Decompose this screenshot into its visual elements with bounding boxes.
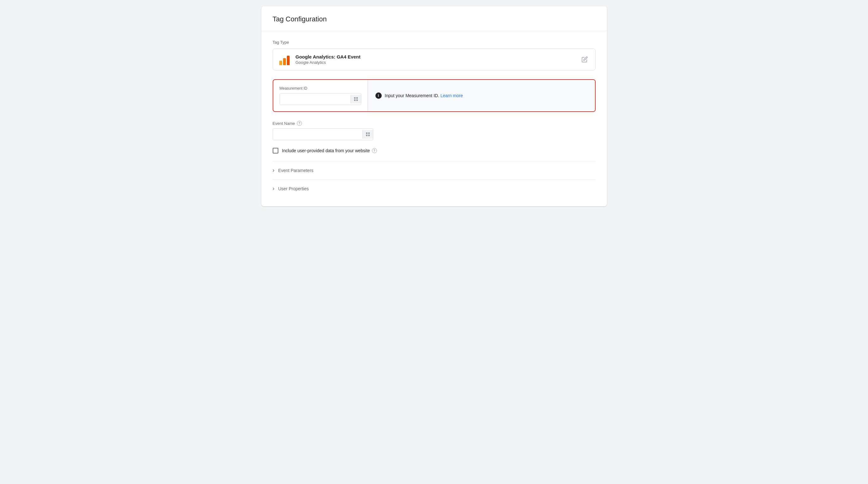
learn-more-link[interactable]: Learn more [440, 93, 463, 98]
measurement-id-info-text: Input your Measurement ID. Learn more [385, 93, 463, 98]
event-parameters-label: Event Parameters [278, 168, 313, 173]
event-name-input[interactable] [273, 129, 363, 140]
ga-icon [279, 54, 290, 65]
user-data-checkbox[interactable] [273, 148, 278, 153]
tag-configuration-panel: Tag Configuration Tag Type Google Analyt… [261, 6, 607, 206]
user-data-help-icon[interactable]: ? [372, 148, 377, 153]
event-variable-grid-icon [366, 133, 370, 136]
event-name-section: Event Name ? [273, 121, 596, 140]
ga-bar-medium [283, 58, 286, 65]
measurement-id-input[interactable] [280, 93, 350, 105]
user-data-checkbox-label: Include user-provided data from your web… [282, 148, 377, 153]
measurement-id-input-row [280, 93, 361, 105]
pencil-icon [582, 56, 588, 63]
user-properties-section[interactable]: › User Properties [273, 179, 596, 198]
event-name-input-row [273, 128, 373, 140]
event-name-variable-button[interactable] [363, 130, 373, 139]
measurement-id-label: Measurement ID [280, 86, 361, 91]
variable-grid-icon [354, 97, 358, 101]
user-properties-chevron-icon: › [273, 185, 275, 192]
panel-title: Tag Configuration [273, 15, 596, 23]
measurement-id-variable-button[interactable] [350, 95, 361, 104]
panel-header: Tag Configuration [261, 6, 607, 31]
measurement-id-left: Measurement ID [273, 80, 368, 111]
event-name-label: Event Name [273, 121, 295, 126]
ga-bar-large [287, 56, 290, 65]
info-icon: i [375, 92, 382, 99]
event-name-help-icon[interactable]: ? [297, 121, 302, 126]
tag-type-info: Google Analytics: GA4 Event Google Analy… [296, 54, 361, 65]
measurement-id-right: i Input your Measurement ID. Learn more [368, 80, 595, 111]
ga-bar-small [279, 61, 282, 65]
tag-type-provider: Google Analytics [296, 60, 361, 65]
event-parameters-chevron-icon: › [273, 167, 275, 174]
edit-tag-type-button[interactable] [580, 55, 589, 64]
panel-body: Tag Type Google Analytics: GA4 Event Goo… [261, 31, 607, 206]
user-data-checkbox-section: Include user-provided data from your web… [273, 148, 596, 153]
tag-type-label: Tag Type [273, 40, 596, 45]
tag-type-block: Google Analytics: GA4 Event Google Analy… [273, 49, 596, 70]
tag-type-name: Google Analytics: GA4 Event [296, 54, 361, 59]
event-parameters-section[interactable]: › Event Parameters [273, 161, 596, 179]
tag-type-left: Google Analytics: GA4 Event Google Analy… [279, 54, 361, 65]
event-name-label-row: Event Name ? [273, 121, 596, 126]
measurement-inner: Measurement ID [273, 80, 595, 111]
user-properties-label: User Properties [278, 186, 309, 191]
measurement-id-section: Measurement ID [273, 79, 596, 112]
